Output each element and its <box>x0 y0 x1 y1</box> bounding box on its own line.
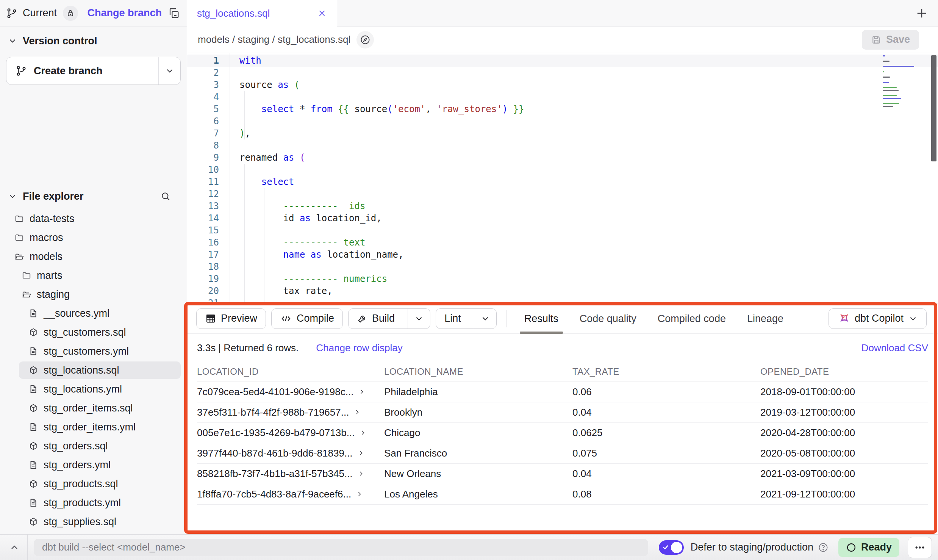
code-line[interactable]: 3source as ( <box>187 79 938 91</box>
file-explorer-header[interactable]: File explorer <box>0 186 187 207</box>
create-branch-dropdown[interactable] <box>158 57 180 84</box>
close-icon[interactable] <box>317 8 327 18</box>
code-line[interactable]: 18 <box>187 261 938 273</box>
lint-button[interactable]: Lint <box>436 309 469 328</box>
change-row-display-link[interactable]: Change row display <box>316 342 402 354</box>
more-menu-button[interactable] <box>908 537 932 558</box>
preview-button[interactable]: Preview <box>196 308 266 329</box>
code-line[interactable]: 6 <box>187 115 938 127</box>
code-line[interactable]: 8 <box>187 139 938 152</box>
line-number: 19 <box>187 273 230 285</box>
code-line[interactable]: 11 select <box>187 176 938 188</box>
code-line[interactable]: 1with <box>187 55 938 67</box>
search-icon[interactable] <box>160 191 171 202</box>
file-tree-file-__sources.yml[interactable]: __sources.yml <box>0 304 187 323</box>
model-icon <box>28 365 38 375</box>
file-tree-folder-macros[interactable]: macros <box>0 228 187 247</box>
code-line[interactable]: 21 <box>187 297 938 303</box>
table-row[interactable]: 858218fb-73f7-4b1b-a31f-57b345...New Orl… <box>197 463 928 484</box>
code-line[interactable]: 16 ---------- text <box>187 236 938 249</box>
folder-open-icon <box>22 289 31 299</box>
tab-code-quality[interactable]: Code quality <box>569 303 647 334</box>
file-tree-folder-staging[interactable]: staging <box>0 285 187 304</box>
file-tree-file-stg_order_items.yml[interactable]: stg_order_items.yml <box>0 418 187 436</box>
code-text <box>230 188 239 200</box>
code-line[interactable]: 13 ---------- ids <box>187 200 938 212</box>
row-expand-chevron-icon[interactable] <box>356 490 363 498</box>
row-expand-chevron-icon[interactable] <box>357 449 365 457</box>
tab-compiled-code[interactable]: Compiled code <box>647 303 736 334</box>
file-tree-file-stg_supplies.sql[interactable]: stg_supplies.sql <box>0 512 187 531</box>
compile-label: Compile <box>297 313 334 324</box>
file-tree-file-stg_orders.yml[interactable]: stg_orders.yml <box>0 455 187 474</box>
statusbar-divider <box>27 535 28 560</box>
tab-results[interactable]: Results <box>514 303 569 334</box>
table-row[interactable]: 005e7e1c-1935-4269-b479-0713b...Chicago0… <box>197 422 928 443</box>
file-tree-folder-marts[interactable]: marts <box>0 266 187 285</box>
lint-dropdown[interactable] <box>474 309 496 328</box>
table-row[interactable]: 1f8ffa70-7cb5-4d83-8a7f-9aceef6...Los An… <box>197 484 928 504</box>
create-branch-button[interactable]: Create branch <box>6 57 181 85</box>
code-line[interactable]: 14 id as location_id, <box>187 212 938 224</box>
status-badge[interactable]: Ready <box>838 538 899 557</box>
code-line[interactable]: 17 name as location_name, <box>187 249 938 261</box>
file-name: stg_supplies.sql <box>44 516 116 528</box>
dbt-copilot-button[interactable]: dbt Copilot <box>829 308 927 329</box>
line-number: 11 <box>187 176 230 188</box>
file-tree-file-stg_customers.sql[interactable]: stg_customers.sql <box>0 323 187 342</box>
file-tree-folder-data-tests[interactable]: data-tests <box>0 209 187 228</box>
build-label: Build <box>372 313 395 324</box>
collapse-panel-button[interactable] <box>6 542 23 553</box>
table-row[interactable]: 3977f440-b87d-461b-9dd6-81839...San Fran… <box>197 443 928 463</box>
docs-compass-button[interactable] <box>356 31 374 48</box>
compile-button[interactable]: Compile <box>271 308 343 329</box>
code-line[interactable]: 4 <box>187 91 938 103</box>
help-question-icon[interactable] <box>818 542 829 553</box>
tab-lineage[interactable]: Lineage <box>736 303 794 334</box>
file-tree-file-stg_products.yml[interactable]: stg_products.yml <box>0 493 187 512</box>
cell-location-id: 858218fb-73f7-4b1b-a31f-57b345... <box>197 468 353 480</box>
table-row[interactable]: 7c079cea-5ed4-4101-906e-9198c...Philadel… <box>197 382 928 402</box>
code-line[interactable]: 5 select * from {{ source('ecom', 'raw_s… <box>187 103 938 115</box>
code-text: with <box>230 55 261 67</box>
download-csv-link[interactable]: Download CSV <box>861 342 928 354</box>
change-branch-link[interactable]: Change branch <box>87 7 162 19</box>
file-tree-file-stg_order_items.sql[interactable]: stg_order_items.sql <box>0 399 187 418</box>
code-text: name as location_name, <box>230 249 404 261</box>
row-expand-chevron-icon[interactable] <box>353 408 361 416</box>
code-line[interactable]: 19 ---------- numerics <box>187 273 938 285</box>
row-expand-chevron-icon[interactable] <box>359 429 367 436</box>
table-row[interactable]: 37e5f311-b7f4-4f2f-988b-719657...Brookly… <box>197 402 928 422</box>
code-line[interactable]: 15 <box>187 224 938 236</box>
results-table-wrap: LOCATION_IDLOCATION_NAMETAX_RATEOPENED_D… <box>187 362 938 534</box>
file-tree-folder-models[interactable]: models <box>0 247 187 266</box>
save-button[interactable]: Save <box>862 30 919 50</box>
version-control-header[interactable]: Version control <box>0 30 187 52</box>
row-expand-chevron-icon[interactable] <box>357 470 365 477</box>
code-line[interactable]: 12 <box>187 188 938 200</box>
file-tree-file-stg_products.sql[interactable]: stg_products.sql <box>0 474 187 493</box>
editor-scrollbar[interactable] <box>931 55 936 161</box>
code-text <box>230 67 239 79</box>
file-tree-file-stg_locations.sql[interactable]: stg_locations.sql <box>0 361 187 380</box>
code-editor[interactable]: 1with23source as (45 select * from {{ so… <box>187 53 938 303</box>
code-line[interactable]: 10 <box>187 164 938 176</box>
cell-location-name: Brooklyn <box>384 402 572 422</box>
code-line[interactable]: 7), <box>187 127 938 139</box>
defer-toggle[interactable] <box>659 540 684 555</box>
new-tab-plus-icon[interactable] <box>915 7 928 20</box>
build-button[interactable]: Build <box>349 309 403 328</box>
row-expand-chevron-icon[interactable] <box>358 388 366 396</box>
file-tree-file-stg_orders.sql[interactable]: stg_orders.sql <box>0 436 187 455</box>
minimap <box>883 55 927 111</box>
code-line[interactable]: 20 tax_rate, <box>187 285 938 297</box>
file-tree-file-stg_customers.yml[interactable]: stg_customers.yml <box>0 342 187 361</box>
dbt-command-input[interactable] <box>34 539 648 556</box>
file-tree-file-stg_locations.yml[interactable]: stg_locations.yml <box>0 380 187 399</box>
build-dropdown[interactable] <box>408 309 430 328</box>
file-name: stg_customers.sql <box>44 327 126 338</box>
tab-stg-locations-sql[interactable]: stg_locations.sql <box>187 0 337 27</box>
code-line[interactable]: 9renamed as ( <box>187 152 938 164</box>
copy-icon[interactable] <box>168 7 180 19</box>
code-line[interactable]: 2 <box>187 67 938 79</box>
